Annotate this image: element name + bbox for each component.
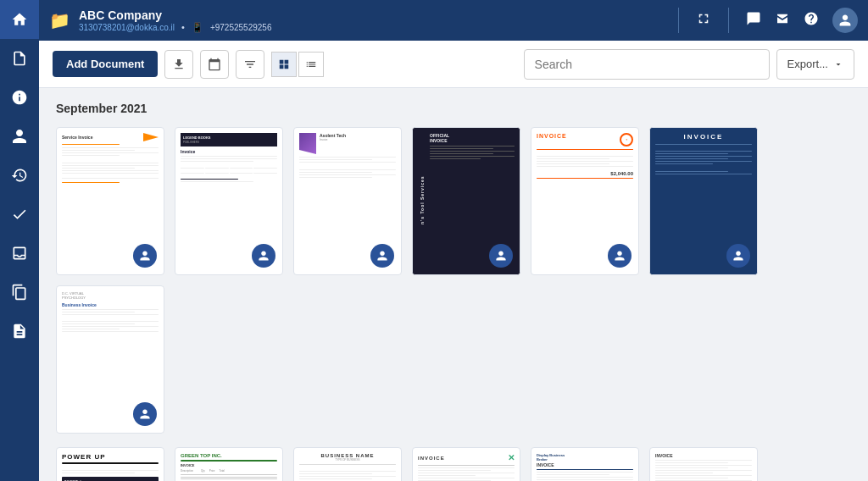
document-card[interactable]: INVOICE ✦ $2,040.00	[531, 127, 639, 275]
sidebar-item-report[interactable]	[0, 312, 39, 351]
document-grid-row1: Service Invoice	[56, 127, 851, 434]
main-area: 📁 ABC Company 3130738201@dokka.co.il • 📱…	[39, 0, 868, 481]
content-area: September 2021 Service Invoice	[39, 88, 868, 481]
receipt-icon[interactable]	[775, 11, 790, 30]
sidebar-item-contacts[interactable]	[0, 117, 39, 156]
document-card[interactable]: INVOICE ✕	[412, 447, 520, 481]
chat-icon[interactable]	[746, 11, 761, 30]
whatsapp-icon: 📱	[192, 22, 203, 33]
expand-icon[interactable]	[696, 11, 711, 30]
sidebar-item-home[interactable]	[0, 0, 39, 39]
document-card[interactable]: D.C. VIRTUALPSYCHOLOGY Business Invoice	[56, 285, 164, 434]
document-grid-row2: POWER UP INVOICE #	[56, 447, 851, 481]
help-icon[interactable]	[804, 11, 819, 30]
sidebar-item-info[interactable]	[0, 78, 39, 117]
company-name: ABC Company	[79, 8, 271, 22]
document-card[interactable]: Display BusinessBroker INVOICE	[531, 447, 639, 481]
document-card[interactable]: BUSINESS NAME TYPE OF BUSINESS SUBMIT	[293, 447, 402, 481]
company-meta: 3130738201@dokka.co.il • 📱 +972525529256	[79, 22, 271, 33]
calendar-icon-btn[interactable]	[200, 50, 229, 79]
document-card[interactable]: INVOICE	[649, 127, 758, 275]
nav-divider	[678, 8, 679, 33]
document-card[interactable]: INVOICE	[649, 447, 758, 481]
user-avatar[interactable]	[832, 8, 858, 33]
export-button[interactable]: Export...	[776, 49, 854, 80]
document-card[interactable]: POWER UP INVOICE #	[56, 447, 164, 481]
doc-avatar	[133, 244, 157, 268]
toolbar: Add Document Export...	[39, 41, 868, 88]
company-info: ABC Company 3130738201@dokka.co.il • 📱 +…	[79, 8, 271, 33]
sidebar	[0, 0, 39, 481]
section-title: September 2021	[56, 102, 851, 115]
sidebar-item-copy[interactable]	[0, 273, 39, 312]
sidebar-item-documents[interactable]	[0, 39, 39, 78]
list-view-button[interactable]	[298, 52, 324, 77]
doc-avatar	[726, 244, 750, 268]
topnav: 📁 ABC Company 3130738201@dokka.co.il • 📱…	[39, 0, 868, 41]
download-icon-btn[interactable]	[164, 50, 193, 79]
document-card[interactable]: GREEN TOP INC. INVOICE DescriptionQtyPri…	[175, 447, 283, 481]
folder-icon: 📁	[49, 10, 70, 30]
doc-avatar	[608, 244, 632, 268]
grid-view-button[interactable]	[271, 52, 297, 77]
add-document-button[interactable]: Add Document	[53, 51, 158, 77]
filter-icon-btn[interactable]	[236, 50, 264, 79]
doc-avatar	[133, 402, 157, 426]
document-card[interactable]: n's Tool Services OFFICIALINVOICE	[412, 127, 520, 275]
sidebar-item-inbox[interactable]	[0, 234, 39, 273]
bullet: •	[181, 22, 185, 32]
doc-avatar	[252, 244, 275, 268]
company-phone: +972525529256	[210, 23, 272, 32]
sidebar-item-tasks[interactable]	[0, 195, 39, 234]
document-card[interactable]: Service Invoice	[56, 127, 164, 275]
document-card[interactable]: Asolent Tech Invoice	[293, 127, 402, 275]
nav-divider2	[728, 8, 729, 33]
topnav-right	[675, 8, 858, 33]
company-email: 3130738201@dokka.co.il	[79, 23, 175, 32]
view-toggle	[271, 52, 324, 77]
document-card[interactable]: LEGEND BOOKS PUBLISHERS Invoice	[175, 127, 283, 275]
sidebar-item-history[interactable]	[0, 156, 39, 195]
search-input[interactable]	[524, 49, 770, 80]
doc-avatar	[370, 244, 394, 268]
doc-avatar	[489, 244, 513, 268]
